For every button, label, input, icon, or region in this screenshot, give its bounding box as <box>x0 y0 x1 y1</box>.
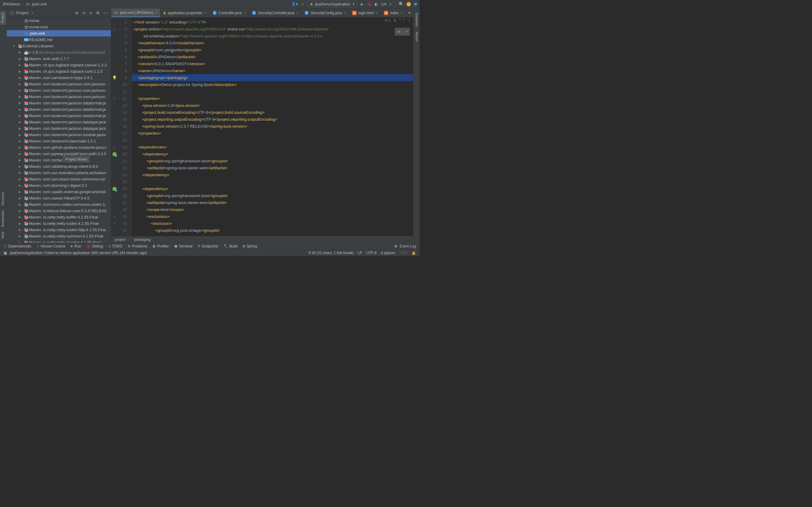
editor-breadcrumbs[interactable]: project 〉 packaging <box>111 236 413 243</box>
tree-row[interactable]: ▶📚Maven: io.netty:netty-buffer:4.1.55.Fi… <box>7 214 111 220</box>
hide-icon[interactable]: — <box>103 11 107 15</box>
problems-tool[interactable]: ⊘Problems <box>128 244 147 248</box>
debug-button[interactable]: 🐞 <box>367 2 371 6</box>
editor-tab[interactable]: CController.java× <box>210 8 249 17</box>
close-tab-icon[interactable]: × <box>401 11 403 15</box>
tree-row[interactable]: ▶📚Maven: com.fasterxml.jackson.datatype:… <box>7 119 111 125</box>
coverage-button[interactable]: ◐ <box>374 2 378 6</box>
tree-row[interactable]: ▶📚Maven: com.rabbitmq:amqp-client:5.9.0 <box>7 163 111 170</box>
tree-row[interactable]: ▶📚Maven: com.sun.activation:jakarta.acti… <box>7 170 111 176</box>
chevron-down-icon[interactable]: ▾ <box>408 11 411 15</box>
vcs-update-icon[interactable]: ↙ <box>301 2 305 6</box>
fold-icon[interactable]: ⊟ <box>113 146 116 149</box>
todo-tool[interactable]: ≡TODO <box>108 244 122 248</box>
tree-row[interactable]: ▶📚Maven: io.netty:netty-common:4.1.55.Fi… <box>7 233 111 239</box>
spring-bean-icon[interactable] <box>112 152 117 156</box>
crumb-project[interactable]: JPADemo <box>2 2 20 6</box>
code-content[interactable]: <?xml version="1.0" encoding="UTF-8"?><p… <box>132 17 413 236</box>
tree-row[interactable]: ▶📚Maven: antlr:antlr:2.7.7 <box>7 56 111 62</box>
next-highlight-icon[interactable]: ˅ <box>403 18 404 22</box>
endpoints-tool[interactable]: ⟳Endpoints <box>198 244 218 248</box>
ide-shield-icon[interactable]: ⬣ <box>414 2 417 6</box>
database-tool-button[interactable]: Database <box>413 11 420 29</box>
expand-all-icon[interactable]: ≑ <box>82 11 86 15</box>
lock-icon[interactable]: 🔒 <box>411 251 416 255</box>
tree-row[interactable]: ▶📚Maven: com.fasterxml.jackson.dataforma… <box>7 106 111 113</box>
tree-row[interactable]: ▶📚Maven: com.tdunning:t-digest:3.2 <box>7 182 111 188</box>
tree-row[interactable]: ▶☕< 1.8 > /Library/Java/JavaVirtualMachi… <box>7 49 111 56</box>
ide-update-icon[interactable] <box>407 2 411 6</box>
collapse-all-icon[interactable]: ≑ <box>89 11 92 15</box>
tree-row[interactable]: ▶📚Maven: com.fasterxml:classmate:1.5.1 <box>7 138 111 144</box>
crumb-file[interactable]: pom.xml <box>32 2 47 6</box>
fold-icon[interactable]: ⊟ <box>113 28 116 31</box>
tree-row[interactable]: ▶📚Maven: com.github.spullara.mustache.ja… <box>7 144 111 151</box>
tree-row[interactable]: ▶📚Maven: com.jayway.jsonpath:json-path:2… <box>7 151 111 157</box>
indent-config[interactable]: 4 spaces <box>381 251 395 255</box>
run-config-selector[interactable]: JpaDemoApplication ▼ <box>308 1 358 7</box>
search-everywhere-icon[interactable]: 🔍 <box>399 2 404 6</box>
tree-row[interactable]: ▶📚Maven: com.vaadin.external.google:andr… <box>7 188 111 195</box>
tree-row[interactable]: MDREADME.md <box>7 37 111 43</box>
tree-row[interactable]: ▶📚Maven: commons-codec:commons-codec:1. <box>7 201 111 208</box>
spring-tool[interactable]: ⬮Spring <box>243 244 257 248</box>
run-button[interactable]: ▶ <box>361 2 364 6</box>
close-tab-icon[interactable]: × <box>344 11 346 15</box>
more-icon[interactable]: ⋮ <box>408 18 411 22</box>
tool-windows-icon[interactable]: ▣ <box>4 251 7 255</box>
code-editor[interactable]: ⊟💡⊟⊟⊟⊟ 123456789101112131415161718192021… <box>111 17 413 236</box>
fold-icon[interactable]: ⊟ <box>113 222 116 225</box>
tree-row[interactable]: ▶📚Maven: io.lettuce:lettuce-core:5.3.5.R… <box>7 208 111 214</box>
close-tab-icon[interactable]: × <box>296 11 298 15</box>
web-tool-button[interactable]: Web <box>0 230 6 240</box>
intention-bulb-icon[interactable]: 💡 <box>112 75 117 80</box>
build-tool[interactable]: 🔨Build <box>223 244 238 248</box>
project-tree[interactable]: ▤mvnw▤mvnw.cmdmpom.xmlMDREADME.md▼📚Exter… <box>7 17 111 243</box>
tree-row[interactable]: ▶📚Maven: io.netty:netty-codec-http:4.1.5… <box>7 227 111 233</box>
tree-row[interactable]: ▶📚Maven: com.fasterxml.jackson.dataforma… <box>7 100 111 106</box>
user-icon[interactable]: 👤▾ <box>291 2 298 6</box>
project-tool-button[interactable]: Project <box>0 11 6 25</box>
tree-row[interactable]: ▶📚Maven: com.fasterxml.jackson.core:jack… <box>7 94 111 100</box>
spring-bean-icon[interactable] <box>112 187 117 191</box>
terminal-tool[interactable]: ▣Terminal <box>174 244 192 248</box>
profiler-tool[interactable]: ◐Profiler <box>153 244 169 248</box>
event-log-tool[interactable]: Event Log <box>395 244 416 248</box>
close-tab-icon[interactable]: × <box>155 11 157 15</box>
tree-row[interactable]: mpom.xml <box>7 30 111 37</box>
editor-tab[interactable]: Hindex× <box>381 8 406 17</box>
dependencies-tool[interactable]: ⬚Dependencies <box>4 244 32 248</box>
structure-tool-button[interactable]: Structure <box>0 190 6 207</box>
run-tool[interactable]: ▶Run <box>71 244 81 248</box>
close-tab-icon[interactable]: × <box>244 11 246 15</box>
floating-maven-toolbar[interactable]: m × <box>395 28 410 36</box>
close-tab-icon[interactable]: × <box>204 11 206 15</box>
tree-row[interactable]: ▤mvnw <box>7 17 111 24</box>
profile-button[interactable]: ⊙▾ <box>381 2 386 6</box>
tree-row[interactable]: ▶📚Maven: com.fasterxml.jackson.dataforma… <box>7 113 111 119</box>
fold-icon[interactable]: ⊟ <box>113 215 116 218</box>
tree-row[interactable]: ▼📚External Libraries <box>7 43 111 49</box>
tree-row[interactable]: ▶📚Maven: ch.qos.logback:logback-core:1.2… <box>7 68 111 74</box>
tree-row[interactable]: ▶📚Maven: com.fasterxml.jackson.core:jack… <box>7 81 111 87</box>
editor-tab[interactable]: mpom.xml (JPADemo)× <box>111 8 160 17</box>
editor-tab[interactable]: ⬮application.properties× <box>160 8 209 17</box>
tree-row[interactable]: ▶📚Maven: io.netty:netty-handler:4.1.55.F… <box>7 239 111 243</box>
fold-icon[interactable]: ⊟ <box>113 97 116 100</box>
debug-tool[interactable]: 🐞Debug <box>87 244 103 248</box>
tree-row[interactable]: ▶📚Maven: com.fasterxml.jackson.core:jack… <box>7 87 111 94</box>
close-tab-icon[interactable]: × <box>375 11 377 15</box>
tree-row[interactable]: ▶📚Maven: com.sun.istack:istack-commons-r… <box>7 176 111 182</box>
tree-row[interactable]: ▶📚Maven: com.fasterxml.jackson.datatype:… <box>7 125 111 131</box>
tree-row[interactable]: ▶📚Maven: ch.qos.logback:logback-classic:… <box>7 62 111 68</box>
vcs-tool[interactable]: ⑂Version Control <box>37 244 65 248</box>
tree-row[interactable]: ▶📚Maven: com.carrotsearch:hppc:0.8.1 <box>7 74 111 81</box>
prev-highlight-icon[interactable]: ˄ <box>399 18 401 22</box>
cursor-position[interactable]: 9:16 (31 chars, 1 line break) <box>308 251 353 255</box>
inspection-widget[interactable]: ✔⚠1 ˄˅ ⋮ <box>385 18 411 22</box>
editor-tab[interactable]: Hlogin.html× <box>349 8 381 17</box>
editor-tab[interactable]: CSecurityController.java× <box>249 8 301 17</box>
close-icon[interactable]: × <box>406 30 408 34</box>
tree-row[interactable]: ▶📚Maven: io.netty:netty-codec:4.1.55.Fin… <box>7 220 111 227</box>
editor-tab[interactable]: CSecurityConfig.java× <box>301 8 349 17</box>
